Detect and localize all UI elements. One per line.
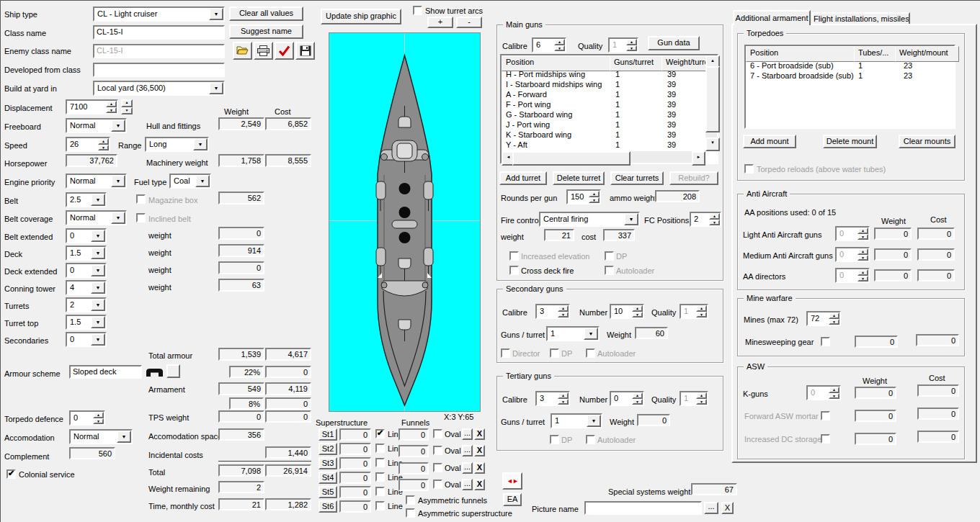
secondaries-select[interactable]: 0 ▼ — [66, 332, 107, 347]
clear-mounts-button[interactable]: Clear mounts — [899, 135, 956, 148]
funnel3-oval-checkbox[interactable] — [433, 463, 442, 472]
update-ship-graphic-button[interactable]: Update ship graphic — [321, 9, 401, 24]
fuel-type-select[interactable]: Coal ▼ — [169, 174, 211, 189]
suggest-name-button[interactable]: Suggest name — [229, 24, 303, 39]
validate-button[interactable] — [275, 42, 294, 60]
delete-turret-button[interactable]: Delete turret — [553, 171, 605, 185]
st6-line-checkbox[interactable] — [375, 501, 385, 510]
scrollbar-thumb[interactable] — [512, 151, 631, 166]
open-file-button[interactable] — [233, 42, 252, 60]
ship-graphic[interactable] — [329, 32, 481, 412]
kguns-stepper[interactable]: 0 ▲▼ — [806, 385, 841, 400]
asymmetric-superstructure-checkbox[interactable] — [406, 508, 415, 518]
column-header[interactable]: Weight/mount — [895, 46, 959, 62]
ship-type-select[interactable]: CL - Light cruiser ▼ — [93, 6, 225, 22]
funnel4-delete-button[interactable]: X — [474, 479, 485, 490]
column-header[interactable]: Tubes/... — [854, 46, 900, 62]
displacement-stepper[interactable]: 7100 ▲▼ — [66, 99, 118, 114]
gun-data-button[interactable]: Gun data — [648, 36, 700, 50]
conning-tower-select[interactable]: 4 ▼ — [66, 280, 107, 295]
aa-directors-stepper[interactable]: 0 ▲▼ — [835, 268, 870, 283]
tertiary-number-stepper[interactable]: 0 ▲▼ — [610, 391, 644, 406]
spinner-arrows-icon[interactable]: ▲▼ — [829, 387, 839, 399]
colonial-service-checkbox[interactable] — [6, 469, 16, 479]
tertiary-calibre-stepper[interactable]: 3 ▲▼ — [535, 391, 570, 406]
spinner-arrows-icon[interactable]: ▲▼ — [829, 312, 839, 325]
funnel2-browse-button[interactable]: ... — [462, 445, 473, 456]
medium-aa-stepper[interactable]: 0 ▲▼ — [835, 247, 870, 262]
chevron-down-icon[interactable]: ▼ — [91, 333, 105, 346]
spinner-arrows-icon[interactable]: ▲▼ — [709, 213, 720, 225]
spinner-arrows-icon[interactable]: ▲▼ — [858, 228, 868, 240]
st5-button[interactable]: St5 — [318, 486, 337, 498]
main-quality-stepper[interactable]: 1 ▲▼ — [608, 37, 638, 53]
scroll-right-icon[interactable]: ► — [692, 151, 705, 166]
zoom-in-button[interactable]: + — [427, 17, 453, 28]
secondary-quality-stepper[interactable]: 1 ▲▼ — [680, 304, 708, 319]
show-turret-arcs-checkbox[interactable] — [413, 6, 422, 15]
spinner-arrows-icon[interactable]: ▲▼ — [632, 392, 643, 405]
developed-from-input[interactable] — [93, 63, 225, 77]
freeboard-select[interactable]: Normal ▼ — [66, 118, 127, 133]
table-row[interactable]: A - Forward139 — [502, 90, 705, 99]
chevron-down-icon[interactable]: ▼ — [91, 230, 105, 242]
table-row[interactable]: Y - Aft139 — [502, 140, 705, 150]
picture-browse-button[interactable]: ... — [704, 502, 718, 514]
torpedo-defence-stepper[interactable]: 0 ▲▼ — [69, 410, 105, 426]
clear-all-values-button[interactable]: Clear all values — [229, 6, 303, 21]
spinner-arrows-icon[interactable]: ▲▼ — [696, 305, 707, 318]
picture-name-input[interactable] — [584, 501, 702, 515]
displacement-stepper-2[interactable]: ▲▼ — [121, 99, 133, 114]
delete-mount-button[interactable]: Delete mount — [823, 135, 877, 148]
chevron-down-icon[interactable]: ▼ — [209, 8, 223, 20]
chevron-down-icon[interactable]: ▼ — [624, 213, 638, 225]
spinner-arrows-icon[interactable]: ▲▼ — [696, 392, 707, 405]
accomodation-select[interactable]: Normal ▼ — [69, 429, 133, 444]
speed-stepper[interactable]: 26 ▲▼ — [66, 137, 110, 152]
spinner-arrows-icon[interactable]: ▲▼ — [858, 248, 868, 261]
funnel4-oval-checkbox[interactable] — [433, 480, 442, 489]
chevron-down-icon[interactable]: ▼ — [91, 247, 105, 259]
chevron-down-icon[interactable]: ▼ — [91, 316, 105, 328]
secondary-number-stepper[interactable]: 10 ▲▼ — [610, 304, 644, 319]
funnel2-delete-button[interactable]: X — [474, 445, 485, 456]
column-header[interactable]: Guns/turret — [610, 55, 667, 71]
engine-priority-select[interactable]: Normal ▼ — [66, 174, 127, 189]
table-row[interactable]: J - Port wing139 — [502, 120, 705, 130]
build-yard-select[interactable]: Local yard (36,500) ▼ — [93, 81, 225, 96]
save-button[interactable] — [295, 42, 315, 60]
deck-select[interactable]: 1.5 ▼ — [66, 246, 107, 261]
column-header[interactable]: Position — [746, 46, 859, 62]
chevron-down-icon[interactable]: ▼ — [91, 194, 105, 206]
ea-button[interactable]: EA — [503, 493, 522, 506]
print-button[interactable] — [254, 42, 273, 60]
column-header[interactable]: Position — [502, 55, 615, 71]
st2-button[interactable]: St2 — [318, 443, 337, 455]
table-row[interactable]: H - Port midships wing139 — [502, 70, 705, 79]
rounds-per-gun-stepper[interactable]: 150 ▲▼ — [566, 189, 601, 204]
funnel3-browse-button[interactable]: ... — [462, 462, 473, 474]
tab-flight-installations[interactable]: Flight installations, missiles — [812, 12, 910, 24]
chevron-down-icon[interactable]: ▼ — [91, 299, 105, 311]
range-select[interactable]: Long ▼ — [145, 137, 209, 152]
table-row[interactable]: F - Port wing139 — [502, 100, 705, 109]
belt-select[interactable]: 2.5 ▼ — [66, 192, 107, 207]
spinner-arrows-icon[interactable]: ▲▼ — [589, 191, 600, 203]
chevron-down-icon[interactable]: ▼ — [111, 120, 125, 132]
fc-positions-stepper[interactable]: 2 ▲▼ — [690, 212, 721, 227]
funnel1-oval-checkbox[interactable] — [433, 429, 442, 438]
belt-extended-select[interactable]: 0 ▼ — [66, 228, 107, 243]
table-row[interactable]: K - Starboard wing139 — [502, 130, 705, 140]
st3-button[interactable]: St3 — [318, 457, 337, 469]
chevron-down-icon[interactable]: ▼ — [587, 415, 601, 427]
st3-line-checkbox[interactable] — [375, 458, 385, 467]
spinner-arrows-icon[interactable]: ▲▼ — [626, 39, 637, 51]
table-row[interactable]: I - Starboard midships wing139 — [502, 80, 705, 89]
clear-turrets-button[interactable]: Clear turrets — [610, 171, 664, 185]
spinner-arrows-icon[interactable]: ▲▼ — [558, 305, 569, 318]
chevron-down-icon[interactable]: ▼ — [584, 328, 598, 340]
st4-line-checkbox[interactable] — [375, 472, 385, 482]
tertiary-guns-per-turret-select[interactable]: 1 ▼ — [551, 413, 602, 428]
chevron-down-icon[interactable]: ▼ — [111, 212, 125, 224]
tertiary-quality-stepper[interactable]: 1 ▲▼ — [680, 391, 708, 406]
